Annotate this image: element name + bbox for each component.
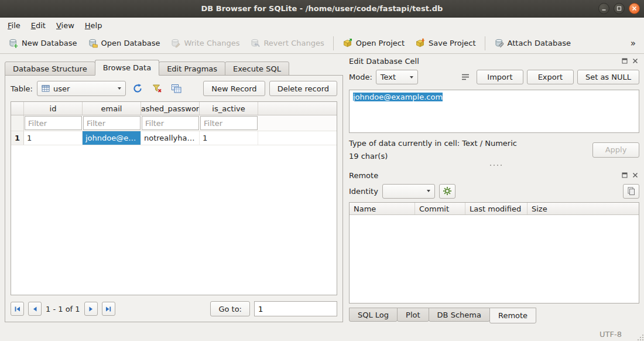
remote-clone-button[interactable] [623,184,639,199]
mode-selector[interactable]: Text [376,70,418,84]
table-label: Table: [11,84,33,93]
save-view-button[interactable] [169,81,184,96]
grid-corner[interactable] [11,102,24,115]
save-project-button[interactable]: Save Project [410,36,481,50]
clear-filters-button[interactable] [149,81,165,96]
column-header-is-active[interactable]: is_active [200,102,258,115]
minimize-button[interactable] [598,3,609,14]
refresh-button[interactable] [130,81,145,96]
grid-header-filler [258,102,337,115]
mode-selector-value: Text [381,73,396,81]
tab-execute-sql[interactable]: Execute SQL [225,62,289,76]
float-icon [622,172,628,178]
row-header[interactable]: 1 [11,131,24,145]
tab-db-schema[interactable]: DB Schema [429,308,490,322]
import-button[interactable]: Import [477,70,523,84]
main-content: Database Structure Browse Data Edit Prag… [0,54,644,327]
remote-float-button[interactable] [621,171,629,179]
next-record-button[interactable] [84,302,98,316]
remote-table-body[interactable] [350,215,639,303]
close-icon [632,172,638,178]
dock-splitter[interactable] [349,161,639,169]
export-button[interactable]: Export [527,70,574,84]
toolbar-separator [485,36,485,50]
identity-selector[interactable] [382,184,435,199]
close-button[interactable] [629,3,640,14]
last-record-button[interactable] [102,302,115,316]
set-as-null-button[interactable]: Set as NULL [577,70,639,84]
chevron-down-icon [118,87,121,90]
identity-row: Identity [349,182,639,200]
tab-sql-log[interactable]: SQL Log [349,308,398,322]
filter-input-id[interactable] [25,116,82,130]
cell-editor[interactable]: johndoe@example.com [349,90,639,133]
cell-email-selected[interactable]: johndoe@e… [83,131,141,145]
edit-cell-float-button[interactable] [621,57,629,65]
filter-corner [11,115,24,131]
open-database-button[interactable]: Open Database [83,36,165,50]
chevron-down-icon [410,76,413,79]
save-project-label: Save Project [429,39,476,47]
cell-id[interactable]: 1 [24,131,83,145]
tab-edit-pragmas[interactable]: Edit Pragmas [159,62,225,76]
menu-file[interactable]: File [2,19,26,32]
remote-dock-title: Remote [349,169,639,181]
mode-label: Mode: [349,73,372,81]
menu-help[interactable]: Help [80,19,108,32]
cell-info-row: Type of data currently in cell: Text / N… [349,139,639,161]
delete-record-button[interactable]: Delete record [269,81,337,96]
grid-empty-area[interactable] [11,145,337,295]
new-record-button[interactable]: New Record [203,81,265,96]
edit-cell-close-button[interactable] [631,57,639,65]
column-header-hashed-password[interactable]: ashed_passwor [141,102,200,115]
remote-column-name[interactable]: Name [350,203,415,214]
filter-input-hashed-password[interactable] [142,116,199,130]
new-database-button[interactable]: New Database [4,36,82,50]
identity-settings-button[interactable] [439,184,455,199]
menu-edit[interactable]: Edit [26,19,51,32]
cell-info-lines: Type of data currently in cell: Text / N… [349,139,517,161]
identity-label: Identity [349,187,378,196]
bottom-tabbar: SQL Log Plot DB Schema Remote [349,308,639,323]
menu-view[interactable]: View [51,19,80,32]
cell-type-label: Type of data currently in cell: Text / N… [349,139,517,148]
goto-group: Go to: [210,301,337,316]
tab-browse-data[interactable]: Browse Data [95,60,160,76]
goto-button[interactable]: Go to: [210,301,250,316]
goto-input[interactable] [254,301,337,316]
write-changes-icon [170,38,180,48]
clear-filter-icon [152,83,162,94]
column-header-id[interactable]: id [24,102,83,115]
maximize-button[interactable] [614,3,625,14]
open-project-icon [342,38,352,48]
word-wrap-button[interactable] [458,70,473,84]
filter-input-email[interactable] [83,116,141,130]
cell-hashed-password[interactable]: notreallyha… [141,131,200,145]
attach-database-button[interactable]: Attach Database [489,36,576,50]
menu-edit-accel: E [31,21,36,30]
column-header-email[interactable]: email [83,102,141,115]
tab-plot[interactable]: Plot [397,308,429,322]
open-project-button[interactable]: Open Project [338,36,409,50]
remote-column-last-modified[interactable]: Last modified [465,203,527,214]
remote-close-button[interactable] [631,171,639,179]
resize-grip[interactable] [640,337,641,338]
edit-cell-dock-title: Edit Database Cell [349,55,639,67]
close-icon [632,58,638,64]
table-selector-value: user [53,84,70,93]
menu-view-label: iew [61,21,74,30]
tab-database-structure[interactable]: Database Structure [5,62,95,76]
menu-help-label: elp [91,21,102,30]
table-selector[interactable]: user [37,81,126,96]
first-record-button[interactable] [11,302,24,316]
titlebar: DB Browser for SQLite - /home/user/code/… [0,0,644,18]
cell-is-active[interactable]: 1 [200,131,258,145]
filter-input-is-active[interactable] [200,116,258,130]
tab-remote[interactable]: Remote [489,308,536,323]
documents-icon [626,186,636,196]
remote-column-commit[interactable]: Commit [415,203,465,214]
remote-column-size[interactable]: Size [527,203,639,214]
toolbar-overflow-button[interactable]: » [626,38,640,49]
previous-record-button[interactable] [28,302,42,316]
remote-table-header: Name Commit Last modified Size [350,203,639,215]
